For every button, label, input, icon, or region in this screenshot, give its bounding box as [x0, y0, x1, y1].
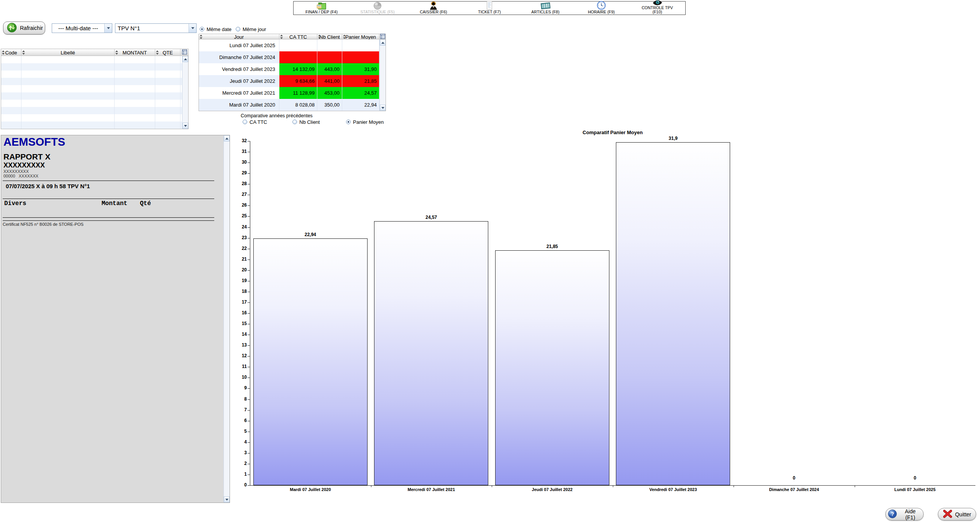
y-axis-tick-mark	[248, 442, 250, 443]
items-table-cell	[155, 85, 181, 92]
toolbar-item-label: CONTROLE TPV (F10)	[642, 6, 673, 14]
scroll-down-button[interactable]	[182, 123, 188, 129]
comparative-panier-moyen[interactable]: Panier Moyen	[346, 119, 384, 125]
x-axis-category-label: Mercredi 07 Juillet 2021	[374, 487, 489, 492]
y-axis-tick-mark	[248, 227, 250, 228]
toolbar-item-caissier[interactable]: CAISSIER (F6)	[405, 2, 461, 15]
scroll-up-button[interactable]	[380, 39, 386, 46]
toolbar-item-label: HORAIRE (F9)	[588, 10, 615, 14]
column-header-qte[interactable]: QTE	[155, 49, 181, 56]
y-axis-tick-mark	[248, 184, 250, 184]
quit-button[interactable]: Quitter	[938, 508, 976, 521]
items-table-cell	[155, 78, 181, 85]
day-table-row[interactable]: Dimanche 07 Juillet 2024	[199, 51, 386, 63]
column-picker-button[interactable]	[379, 34, 386, 39]
y-axis-tick-label: 4	[233, 439, 247, 445]
column-header-nb-client[interactable]: Nb Client	[317, 34, 342, 39]
day-cell-panier: 24,57	[342, 87, 379, 99]
toolbar-item-controle-tpv[interactable]: CONTROLE TPV (F10)	[629, 2, 685, 15]
y-axis-tick-label: 6	[233, 418, 247, 423]
column-header-code[interactable]: Code	[1, 49, 21, 56]
day-table-row[interactable]: Mercredi 07 Juillet 202111 128,99453,002…	[199, 87, 386, 99]
scroll-up-button[interactable]	[182, 56, 188, 62]
y-axis-tick-label: 2	[233, 461, 247, 466]
day-cell-ca	[279, 39, 317, 51]
day-table-row[interactable]: Vendredi 07 Juillet 202314 132,09443,003…	[199, 63, 386, 75]
y-axis-tick-label: 1	[233, 471, 247, 477]
day-table-row[interactable]: Jeudi 07 Juillet 20229 634,66441,0021,85	[199, 75, 386, 87]
day-table-row[interactable]: Lundi 07 Juillet 2025	[199, 39, 386, 51]
refresh-button[interactable]: Rafraichir	[3, 21, 45, 34]
y-axis-tick-mark	[248, 421, 250, 421]
y-axis-tick-mark	[248, 152, 250, 152]
vertical-scrollbar[interactable]	[182, 56, 188, 129]
toolbar-item-horaire[interactable]: HORAIRE (F9)	[573, 2, 629, 15]
items-table-cell	[115, 71, 155, 78]
x-axis-category-label: Lundi 07 Juillet 2025	[857, 487, 972, 492]
items-table-row	[1, 78, 188, 85]
column-header-jour[interactable]: Jour	[199, 34, 279, 39]
items-table-cell	[1, 92, 21, 100]
toolbar-item-finan-dep[interactable]: FINAN / DEP (F4)	[294, 2, 350, 15]
y-axis-tick-label: 21	[233, 256, 247, 262]
toolbar-item-ticket[interactable]: TICKET (F7)	[461, 2, 517, 15]
chevron-down-icon[interactable]	[104, 24, 112, 33]
main-toolbar: FINAN / DEP (F4)STATISTIQUE (F5)CAISSIER…	[293, 1, 686, 15]
items-table-cell	[1, 78, 21, 85]
report-divider	[3, 217, 214, 218]
day-cell-ca: 14 132,09	[279, 63, 317, 75]
day-table-row[interactable]: Mardi 07 Juillet 20208 028,08350,0022,94	[199, 99, 386, 111]
radio-label: Même jour	[243, 26, 266, 32]
svg-text:?: ?	[891, 511, 894, 517]
y-axis-tick-mark	[248, 464, 250, 464]
sort-icon	[318, 35, 321, 39]
y-axis-tick-label: 22	[233, 246, 247, 251]
report-scrollbar[interactable]	[223, 135, 230, 503]
radio-unchecked-icon	[292, 120, 297, 124]
day-cell-ca: 9 634,66	[279, 75, 317, 87]
toolbar-item-label: TICKET (F7)	[478, 10, 501, 14]
comparative-nb-client[interactable]: Nb Client	[292, 119, 320, 125]
items-table-body	[1, 56, 188, 129]
y-axis-tick-mark	[248, 270, 250, 271]
toolbar-item-articles[interactable]: ARTICLES (F8)	[517, 2, 573, 15]
day-cell-jour: Lundi 07 Juillet 2025	[199, 39, 279, 51]
scroll-up-button[interactable]	[224, 135, 230, 141]
day-table-body: Lundi 07 Juillet 2025Dimanche 07 Juillet…	[199, 39, 386, 111]
match-mode-me-me-jour[interactable]: Même jour	[236, 26, 266, 32]
multidate-select[interactable]: --- Multi-date ---	[52, 23, 112, 33]
column-header-libelle[interactable]: Libellé	[21, 49, 115, 56]
report-divider	[3, 181, 214, 181]
column-header-montant[interactable]: MONTANT	[115, 49, 155, 56]
chevron-down-icon[interactable]	[189, 24, 196, 33]
bar-mercredi-07-juillet-2021	[374, 221, 488, 485]
items-table-cell	[155, 56, 181, 63]
help-button[interactable]: ? Aide (F1)	[885, 508, 924, 521]
day-table-header: JourCA TTCNb ClientPanier Moyen	[199, 34, 386, 39]
scroll-down-button[interactable]	[380, 105, 386, 111]
column-header-panier-moyen[interactable]: Panier Moyen	[342, 34, 379, 39]
y-axis-tick-label: 26	[233, 202, 247, 208]
bar-value-label: 21,85	[529, 244, 575, 249]
items-table-cell	[21, 107, 115, 114]
items-table-cell	[155, 107, 181, 114]
day-cell-jour: Dimanche 07 Juillet 2024	[199, 51, 279, 63]
y-axis-tick-mark	[248, 345, 250, 346]
toolbar-item-label: FINAN / DEP (F4)	[305, 10, 338, 14]
comparative-ca-ttc[interactable]: CA TTC	[243, 119, 267, 125]
items-table-cell	[115, 92, 155, 100]
day-cell-nb: 441,00	[317, 75, 342, 87]
report-divider	[3, 199, 214, 199]
toolbar-item-statistique[interactable]: STATISTIQUE (F5)	[350, 2, 405, 15]
tpv-select[interactable]: TPV N°1	[115, 23, 197, 33]
scroll-down-button[interactable]	[224, 496, 230, 503]
report-col-divers: Divers	[4, 200, 26, 207]
match-mode-me-me-date[interactable]: Même date	[200, 26, 231, 32]
items-table: CodeLibelléMONTANTQTE	[1, 49, 189, 129]
y-axis-tick-label: 12	[233, 353, 247, 358]
vertical-scrollbar[interactable]	[379, 39, 386, 111]
y-axis-tick-label: 15	[233, 321, 247, 326]
column-picker-button[interactable]	[181, 49, 188, 56]
day-cell-panier: 21,85	[342, 75, 379, 87]
column-header-ca-ttc[interactable]: CA TTC	[279, 34, 317, 39]
